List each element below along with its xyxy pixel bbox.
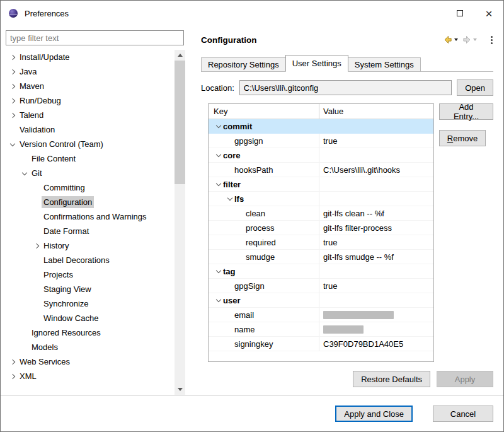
chevron-down-icon[interactable] <box>214 154 223 156</box>
config-row-signingkey[interactable]: signingkeyC39F0D79BD1A40E5 <box>209 337 433 351</box>
value-cell[interactable]: true <box>319 235 433 249</box>
tree-item-label[interactable]: Git <box>30 167 44 179</box>
value-column-header[interactable]: Value <box>319 104 433 119</box>
tree-item-talend[interactable]: Talend <box>1 108 173 122</box>
tree-item-label-decorations[interactable]: Label Decorations <box>1 253 173 267</box>
restore-defaults-button[interactable]: Restore Defaults <box>353 371 430 387</box>
config-row-filter[interactable]: filter <box>209 177 433 192</box>
filter-input[interactable] <box>6 30 184 45</box>
chevron-right-icon[interactable] <box>7 99 18 103</box>
tree-item-label[interactable]: Confirmations and Warnings <box>42 211 149 223</box>
tree-item-version-control-team[interactable]: Version Control (Team) <box>1 137 173 151</box>
tree-item-git[interactable]: Git <box>1 166 173 180</box>
value-cell[interactable] <box>319 119 433 133</box>
tree-item-java[interactable]: Java <box>1 64 173 79</box>
tree-item-label[interactable]: XML <box>18 370 38 382</box>
config-row-process[interactable]: processgit-lfs filter-process <box>209 221 433 235</box>
config-row-name[interactable]: name <box>209 322 433 337</box>
tree-item-file-content[interactable]: File Content <box>1 151 173 166</box>
tree-item-label[interactable]: Date Format <box>42 225 91 237</box>
tree-item-label[interactable]: Models <box>30 341 60 353</box>
tree-item-synchronize[interactable]: Synchronize <box>1 296 173 311</box>
tree-item-maven[interactable]: Maven <box>1 79 173 93</box>
key-cell[interactable]: filter <box>209 177 319 191</box>
value-cell[interactable]: git-lfs smudge -- %f <box>319 250 433 264</box>
value-cell[interactable]: true <box>319 134 433 148</box>
tree-item-label[interactable]: Committing <box>42 182 87 194</box>
chevron-down-icon[interactable] <box>225 197 234 200</box>
key-cell[interactable]: lfs <box>209 192 319 206</box>
key-cell[interactable]: signingkey <box>209 337 319 351</box>
tree-item-label[interactable]: Configuration <box>42 196 94 208</box>
key-cell[interactable]: smudge <box>209 250 319 264</box>
config-row-core[interactable]: core <box>209 148 433 163</box>
config-row-email[interactable]: email <box>209 308 433 322</box>
forward-button[interactable] <box>460 33 479 46</box>
tree-item-label[interactable]: Staging View <box>42 283 93 295</box>
tree-item-xml[interactable]: XML <box>1 369 173 383</box>
value-cell[interactable]: C:\Users\lli\.git\hooks <box>319 163 433 177</box>
key-cell[interactable]: user <box>209 293 319 307</box>
value-cell[interactable] <box>319 177 433 191</box>
value-cell[interactable] <box>319 308 433 322</box>
value-cell[interactable] <box>319 192 433 206</box>
maximize-button[interactable] <box>445 1 474 26</box>
config-row-clean[interactable]: cleangit-lfs clean -- %f <box>209 206 433 221</box>
key-cell[interactable]: clean <box>209 206 319 220</box>
chevron-down-icon[interactable] <box>214 125 223 127</box>
tree-item-label[interactable]: Validation <box>18 124 57 136</box>
value-cell[interactable] <box>319 293 433 307</box>
value-cell[interactable] <box>319 148 433 162</box>
value-cell[interactable] <box>319 322 433 336</box>
tree-item-label[interactable]: Run/Debug <box>18 95 63 107</box>
key-cell[interactable]: commit <box>209 119 319 133</box>
tree-item-label[interactable]: Label Decorations <box>42 254 112 266</box>
tree-item-models[interactable]: Models <box>1 340 173 354</box>
tree-item-label[interactable]: Projects <box>42 269 75 281</box>
config-row-gpgsign[interactable]: gpgsigntrue <box>209 134 433 148</box>
key-cell[interactable]: required <box>209 235 319 249</box>
tree-item-label[interactable]: Window Cache <box>42 312 100 324</box>
tree-item-label[interactable]: Java <box>18 66 38 78</box>
tree-item-label[interactable]: Version Control (Team) <box>18 138 105 150</box>
chevron-right-icon[interactable] <box>7 70 18 74</box>
tree-item-label[interactable]: History <box>42 240 71 252</box>
tree-scrollbar[interactable] <box>175 50 185 395</box>
tree-item-committing[interactable]: Committing <box>1 180 173 195</box>
tree-item-confirmations-and-warnings[interactable]: Confirmations and Warnings <box>1 209 173 224</box>
key-column-header[interactable]: Key <box>209 104 319 119</box>
tree-item-label[interactable]: Web Services <box>18 356 72 368</box>
chevron-down-icon[interactable] <box>19 172 30 175</box>
tree-item-label[interactable]: Synchronize <box>42 298 91 310</box>
tree-item-label[interactable]: Talend <box>18 109 45 121</box>
location-field[interactable] <box>239 80 452 95</box>
tree-item-staging-view[interactable]: Staging View <box>1 282 173 296</box>
add-entry-button[interactable]: Add Entry... <box>439 103 493 120</box>
key-cell[interactable]: hooksPath <box>209 163 319 177</box>
chevron-right-icon[interactable] <box>7 375 18 378</box>
chevron-down-icon[interactable] <box>214 183 223 185</box>
tree-item-label[interactable]: Maven <box>18 80 46 92</box>
back-button[interactable] <box>441 33 460 46</box>
chevron-down-icon[interactable] <box>7 143 18 146</box>
chevron-right-icon[interactable] <box>7 55 18 59</box>
scroll-up-button[interactable] <box>175 50 185 61</box>
config-row-smudge[interactable]: smudgegit-lfs smudge -- %f <box>209 250 433 264</box>
tree-item-date-format[interactable]: Date Format <box>1 224 173 238</box>
tree-item-web-services[interactable]: Web Services <box>1 354 173 369</box>
tree-item-run-debug[interactable]: Run/Debug <box>1 93 173 108</box>
value-cell[interactable]: C39F0D79BD1A40E5 <box>319 337 433 351</box>
key-cell[interactable]: gpgsign <box>209 134 319 148</box>
value-cell[interactable]: git-lfs filter-process <box>319 221 433 235</box>
open-button[interactable]: Open <box>457 79 493 96</box>
chevron-right-icon[interactable] <box>31 244 42 248</box>
value-cell[interactable]: true <box>319 279 433 293</box>
value-cell[interactable]: git-lfs clean -- %f <box>319 206 433 220</box>
close-button[interactable]: × <box>474 1 503 26</box>
chevron-right-icon[interactable] <box>7 85 18 88</box>
config-row-hookspath[interactable]: hooksPathC:\Users\lli\.git\hooks <box>209 163 433 177</box>
key-cell[interactable]: core <box>209 148 319 162</box>
chevron-down-icon[interactable] <box>214 299 223 301</box>
tree-item-label[interactable]: Install/Update <box>18 51 72 63</box>
config-row-lfs[interactable]: lfs <box>209 192 433 206</box>
